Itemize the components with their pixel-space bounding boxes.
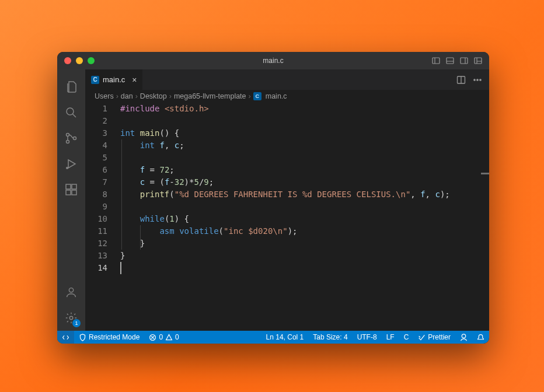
breadcrumb[interactable]: Users › dan › Desktop › mega65-llvm-temp… [85,90,489,103]
remote-indicator[interactable] [57,331,74,344]
activity-bar: 1 [57,69,85,331]
search-view-icon[interactable] [57,100,85,125]
eol-button[interactable]: LF [382,331,399,344]
explorer-view-icon[interactable] [57,74,85,100]
breadcrumb-part[interactable]: mega65-llvm-template [174,92,246,100]
tab-filename: main.c [103,75,125,84]
status-bar: Restricted Mode 0 0 Ln 14, Col 1 Tab Siz… [57,331,489,344]
svg-point-25 [477,79,478,80]
minimize-window-button[interactable] [76,57,83,64]
toggle-primary-sidebar-icon[interactable] [432,57,440,65]
chevron-right-icon: › [169,92,172,100]
tab-size-button[interactable]: Tab Size: 4 [308,331,352,344]
titlebar[interactable]: main.c [57,52,489,69]
extensions-view-icon[interactable] [57,177,85,202]
chevron-right-icon: › [249,92,251,100]
toggle-secondary-sidebar-icon[interactable] [460,57,468,65]
settings-badge: 1 [72,319,81,327]
svg-rect-18 [66,190,71,195]
restricted-mode-label: Restricted Mode [89,333,140,341]
breadcrumb-part[interactable]: dan [121,92,133,100]
svg-point-26 [480,79,481,80]
svg-rect-19 [72,190,76,195]
titlebar-layout-controls [432,57,489,65]
breadcrumb-file[interactable]: main.c [266,92,287,100]
warning-count: 0 [175,333,179,341]
svg-point-20 [69,288,73,292]
svg-rect-17 [72,184,76,189]
svg-point-30 [462,334,466,338]
breadcrumb-part[interactable]: Desktop [140,92,167,100]
svg-marker-14 [68,160,75,168]
problems-button[interactable]: 0 0 [144,331,183,344]
chevron-right-icon: › [135,92,138,100]
code-content[interactable]: #include <stdio.h>int main() { int f, c;… [114,103,489,331]
notifications-bell-icon[interactable] [472,331,489,344]
encoding-button[interactable]: UTF-8 [353,331,382,344]
svg-point-21 [69,316,73,320]
code-editor[interactable]: 1234567891011121314 #include <stdio.h>in… [85,103,489,331]
svg-point-12 [67,141,69,144]
chevron-right-icon: › [116,92,118,100]
c-language-icon: C [91,76,99,84]
svg-point-13 [74,137,76,140]
overview-ruler[interactable] [487,103,489,331]
split-editor-icon[interactable] [456,75,466,85]
settings-gear-icon[interactable]: 1 [57,305,85,331]
formatter-button[interactable]: Prettier [413,331,455,344]
svg-rect-2 [447,58,454,64]
svg-rect-6 [475,58,482,64]
svg-rect-16 [66,184,71,189]
svg-rect-0 [433,58,440,64]
restricted-mode-button[interactable]: Restricted Mode [74,331,144,344]
svg-line-10 [73,114,76,118]
vscode-window: main.c [57,52,489,344]
tab-close-icon[interactable]: × [132,75,137,85]
source-control-view-icon[interactable] [57,125,85,151]
close-window-button[interactable] [64,57,71,64]
more-actions-icon[interactable] [473,75,482,85]
run-debug-view-icon[interactable] [57,151,85,177]
toggle-panel-icon[interactable] [446,57,454,65]
error-count: 0 [159,333,163,341]
svg-rect-4 [461,58,468,64]
tabs-bar: C main.c × [85,69,489,90]
customize-layout-icon[interactable] [474,57,482,65]
cursor-position-button[interactable]: Ln 14, Col 1 [261,331,309,344]
breadcrumb-part[interactable]: Users [95,92,114,100]
window-title: main.c [57,57,489,65]
tab-main-c[interactable]: C main.c × [85,69,143,90]
c-language-icon: C [253,92,261,100]
svg-point-15 [66,167,68,169]
svg-point-11 [67,134,69,136]
language-mode-button[interactable]: C [399,331,414,344]
feedback-icon[interactable] [455,331,472,344]
accounts-icon[interactable] [57,279,85,305]
zoom-window-button[interactable] [88,57,95,64]
line-number-gutter[interactable]: 1234567891011121314 [85,103,114,331]
window-traffic-lights [57,57,95,64]
editor-group: C main.c × Users › dan › Desktop › mega6… [85,69,489,331]
svg-point-9 [67,108,74,115]
svg-point-24 [474,79,475,80]
